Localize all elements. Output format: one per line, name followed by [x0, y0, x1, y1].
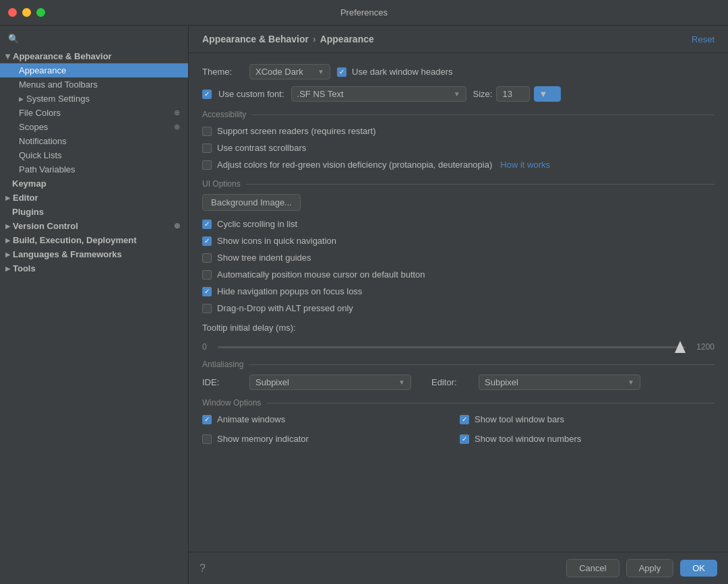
sidebar-item-quick-lists[interactable]: Quick Lists [0, 148, 188, 162]
sidebar-item-label: File Colors [19, 108, 61, 118]
sidebar-item-languages-frameworks[interactable]: ▶ Languages & Frameworks [0, 247, 188, 261]
minimize-button[interactable] [22, 8, 31, 17]
show-icons-nav-row[interactable]: Show icons in quick navigation [202, 234, 715, 247]
sidebar-item-label: Plugins [5, 207, 44, 217]
window-options-grid: Animate windows Show tool window bars Sh… [202, 413, 715, 449]
tree-indent-checkbox[interactable] [202, 253, 212, 263]
custom-font-checkbox[interactable] [202, 90, 212, 99]
ide-antialiasing-dropdown[interactable]: Subpixel ▼ [249, 375, 411, 390]
breadcrumb-current: Appearance [320, 34, 374, 44]
animate-windows-row[interactable]: Animate windows [202, 413, 457, 426]
sidebar-item-label: Version Control [13, 221, 78, 231]
sidebar-item-label: Languages & Frameworks [13, 249, 122, 259]
show-tool-bars-row[interactable]: Show tool window bars [460, 413, 715, 426]
sidebar-item-appearance-behavior[interactable]: ▶ Appearance & Behavior [0, 49, 188, 63]
sidebar-item-tools[interactable]: ▶ Tools [0, 261, 188, 275]
screen-readers-checkbox[interactable] [202, 127, 212, 136]
auto-mouse-row[interactable]: Automatically position mouse cursor on d… [202, 268, 715, 281]
cancel-button[interactable]: Cancel [566, 559, 619, 577]
window-title: Preferences [340, 7, 388, 18]
ok-button[interactable]: OK [680, 560, 717, 577]
show-memory-checkbox[interactable] [202, 434, 212, 444]
sidebar-item-scopes[interactable]: Scopes ⊕ [0, 120, 188, 134]
slider-thumb-icon[interactable] [675, 341, 686, 353]
show-tool-numbers-row[interactable]: Show tool window numbers [460, 432, 715, 445]
size-label: Size: [473, 89, 493, 99]
sidebar-item-appearance[interactable]: Appearance [0, 63, 188, 77]
font-size-arrow-dropdown[interactable]: ▼ [534, 86, 561, 102]
traffic-lights [8, 8, 45, 17]
sidebar-item-file-colors[interactable]: File Colors ⊕ [0, 106, 188, 120]
color-deficiency-row[interactable]: Adjust colors for red-green vision defic… [202, 158, 715, 171]
sidebar-item-label: Quick Lists [19, 150, 62, 160]
sidebar-item-menus-toolbars[interactable]: Menus and Toolbars [0, 77, 188, 92]
sidebar-item-notifications[interactable]: Notifications [0, 134, 188, 148]
tooltip-slider[interactable] [218, 346, 686, 348]
bottom-bar-left: ? [200, 562, 559, 575]
show-icons-nav-checkbox[interactable] [202, 236, 212, 246]
sidebar-item-label: Appearance [19, 65, 66, 75]
search-icon: 🔍 [8, 34, 19, 44]
expand-icon: ▶ [5, 195, 10, 201]
screen-readers-row[interactable]: Support screen readers (requires restart… [202, 125, 715, 137]
font-size-input[interactable] [496, 86, 530, 102]
main-panel: Appearance & Behavior › Appearance Reset… [189, 26, 728, 584]
expand-icon: ▶ [5, 237, 10, 244]
cyclic-scroll-row[interactable]: Cyclic scrolling in list [202, 218, 715, 230]
expand-icon: ▶ [5, 223, 10, 230]
dropdown-arrow-icon: ▼ [398, 379, 405, 386]
maximize-button[interactable] [36, 8, 45, 17]
expand-icon: ▶ [5, 54, 11, 59]
show-tool-numbers-checkbox[interactable] [460, 434, 469, 444]
color-deficiency-checkbox[interactable] [202, 160, 212, 170]
sidebar-item-label: Tools [13, 263, 36, 273]
sidebar-item-label: System Settings [26, 94, 90, 104]
expand-icon: ▶ [19, 96, 24, 102]
font-dropdown[interactable]: .SF NS Text ▼ [291, 86, 466, 102]
main-content: 🔍 ▶ Appearance & Behavior Appearance Men… [0, 26, 728, 584]
sidebar-item-plugins[interactable]: Plugins [0, 205, 188, 219]
contrast-scrollbars-row[interactable]: Use contrast scrollbars [202, 141, 715, 154]
color-deficiency-label: Adjust colors for red-green vision defic… [217, 160, 492, 170]
hide-nav-popups-checkbox[interactable] [202, 287, 212, 296]
dropdown-arrow-icon: ▼ [317, 68, 324, 75]
ide-value: Subpixel [255, 377, 289, 387]
background-image-button[interactable]: Background Image... [202, 194, 301, 211]
accessibility-section: Accessibility [202, 110, 715, 119]
drag-drop-alt-checkbox[interactable] [202, 304, 212, 313]
copy-icon: ⊕ [174, 123, 180, 131]
sidebar-item-path-variables[interactable]: Path Variables [0, 162, 188, 176]
theme-dropdown[interactable]: XCode Dark ▼ [249, 64, 330, 79]
sidebar-item-label: Path Variables [19, 164, 75, 174]
show-tool-bars-label: Show tool window bars [475, 414, 564, 424]
hide-nav-popups-row[interactable]: Hide navigation popups on focus loss [202, 285, 715, 298]
show-memory-row[interactable]: Show memory indicator [202, 432, 457, 445]
sidebar-item-version-control[interactable]: ▶ Version Control ⊕ [0, 219, 188, 233]
sidebar: 🔍 ▶ Appearance & Behavior Appearance Men… [0, 26, 189, 584]
animate-windows-checkbox[interactable] [202, 415, 212, 424]
sidebar-item-system-settings[interactable]: ▶ System Settings [0, 92, 188, 106]
antialiasing-row: IDE: Subpixel ▼ Editor: Subpixel ▼ [202, 375, 715, 390]
dark-headers-checkbox[interactable] [337, 67, 346, 77]
sidebar-item-build-execution[interactable]: ▶ Build, Execution, Deployment [0, 233, 188, 247]
drag-drop-alt-row[interactable]: Drag-n-Drop with ALT pressed only [202, 302, 715, 315]
help-icon[interactable]: ? [200, 562, 206, 575]
auto-mouse-checkbox[interactable] [202, 270, 212, 280]
sidebar-item-editor[interactable]: ▶ Editor [0, 191, 188, 205]
sidebar-item-keymap[interactable]: Keymap [0, 176, 188, 191]
contrast-scrollbars-checkbox[interactable] [202, 143, 212, 153]
reset-button[interactable]: Reset [692, 34, 715, 44]
search-bar[interactable]: 🔍 [0, 31, 188, 49]
how-it-works-link[interactable]: How it works [500, 160, 550, 170]
breadcrumb-separator: › [313, 34, 316, 44]
apply-button[interactable]: Apply [626, 559, 674, 577]
show-tool-bars-checkbox[interactable] [460, 415, 469, 424]
editor-antialiasing-dropdown[interactable]: Subpixel ▼ [479, 375, 640, 390]
tooltip-max: 1200 [696, 342, 715, 352]
tree-indent-row[interactable]: Show tree indent guides [202, 251, 715, 264]
close-button[interactable] [8, 8, 17, 17]
cyclic-scroll-checkbox[interactable] [202, 220, 212, 229]
contrast-scrollbars-label: Use contrast scrollbars [217, 143, 306, 153]
show-icons-nav-label: Show icons in quick navigation [217, 236, 336, 246]
panel-body: Theme: XCode Dark ▼ Use dark window head… [189, 53, 728, 552]
